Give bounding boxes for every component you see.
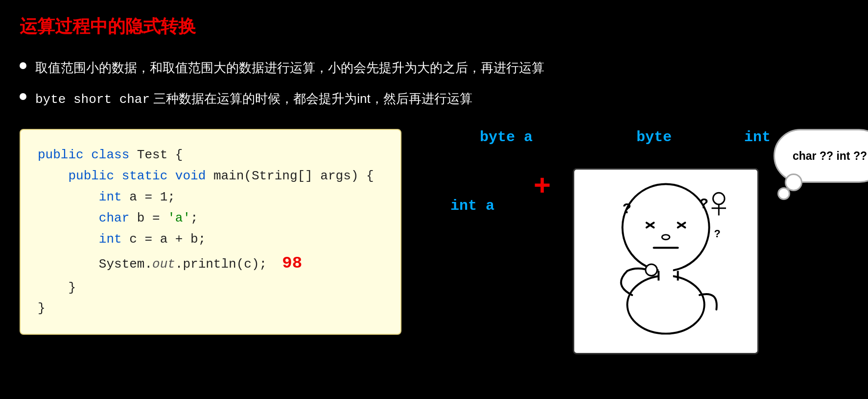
svg-point-0 — [622, 184, 709, 271]
svg-rect-8 — [658, 269, 673, 283]
svg-point-7 — [627, 276, 704, 334]
bullet-dot-2 — [20, 93, 26, 100]
code-block: public class Test { public static void m… — [20, 129, 401, 335]
bullet-text-2-after: 三种数据在运算的时候，都会提升为int，然后再进行运算 — [153, 91, 472, 106]
svg-point-11 — [646, 264, 657, 276]
svg-text:?: ? — [700, 195, 708, 211]
label-byte-b: byte — [636, 129, 672, 146]
bullet-list: 取值范围小的数据，和取值范围大的数据进行运算，小的会先提升为大的之后，再进行运算… — [20, 58, 848, 109]
thought-bubble-container: char ?? int ?? — [774, 129, 868, 183]
svg-text:?: ? — [714, 227, 720, 240]
bullet-dot-1 — [20, 62, 26, 69]
label-byte-a: byte a — [480, 129, 533, 146]
bullet-item-1: 取值范围小的数据，和取值范围大的数据进行运算，小的会先提升为大的之后，再进行运算 — [20, 58, 848, 77]
svg-point-15 — [713, 193, 725, 204]
thought-text: char ?? int ?? — [793, 150, 867, 163]
bullet-code: byte short char — [35, 92, 150, 107]
bullet-text-1: 取值范围小的数据，和取值范围大的数据进行运算，小的会先提升为大的之后，再进行运算 — [35, 58, 544, 77]
character-svg: ? ? ? — [574, 170, 757, 353]
bullet-text-2: byte short char 三种数据在运算的时候，都会提升为int，然后再进… — [35, 89, 472, 109]
thought-bubble: char ?? int ?? — [774, 129, 868, 183]
svg-text:?: ? — [622, 200, 631, 216]
bullet-item-2: byte short char 三种数据在运算的时候，都会提升为int，然后再进… — [20, 89, 848, 109]
code-content: public class Test { public static void m… — [38, 145, 383, 319]
plus-sign: + — [534, 168, 551, 202]
page-title: 运算过程中的隐式转换 — [20, 15, 848, 39]
thinking-character: ? ? ? — [573, 168, 759, 354]
label-int-a: int a — [450, 198, 494, 214]
content-row: public class Test { public static void m… — [20, 129, 848, 364]
label-int-b: int — [744, 129, 771, 146]
diagram-area: byte a byte + int a — [431, 129, 848, 364]
